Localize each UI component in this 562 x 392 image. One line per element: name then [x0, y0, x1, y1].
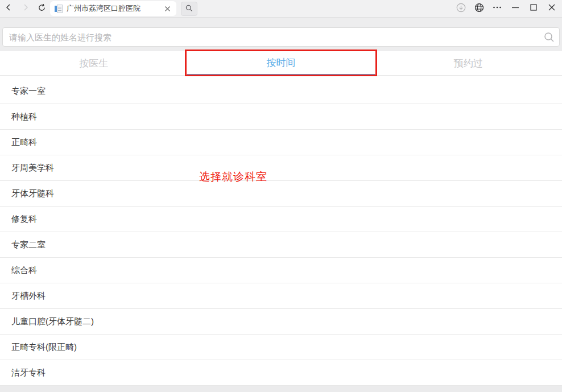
- department-row[interactable]: 正畸科: [0, 130, 562, 155]
- department-row[interactable]: 专家二室: [0, 232, 562, 258]
- tab-booked[interactable]: 预约过: [375, 51, 562, 75]
- back-button[interactable]: [1, 0, 16, 17]
- search-icon: [185, 4, 193, 14]
- forward-button[interactable]: [18, 0, 33, 17]
- tab-title: 广州市荔湾区口腔医院: [67, 3, 163, 14]
- close-window-button[interactable]: [543, 0, 561, 17]
- globe-icon: [474, 3, 484, 15]
- close-icon: [548, 3, 556, 14]
- browser-tab[interactable]: 广州市荔湾区口腔医院: [50, 1, 176, 16]
- refresh-icon: [38, 3, 46, 14]
- doctor-search-input[interactable]: [2, 27, 560, 47]
- department-row[interactable]: 儿童口腔(牙体牙髓二): [0, 309, 562, 335]
- page-bottom-strip: [0, 386, 562, 392]
- department-row[interactable]: 种植科: [0, 104, 562, 130]
- download-icon: [456, 3, 466, 15]
- browser-window: 广州市荔湾区口腔医院: [0, 0, 562, 392]
- chevron-left-icon: [5, 3, 13, 14]
- department-row[interactable]: 综合科: [0, 258, 562, 283]
- doctor-search-section: [0, 18, 562, 51]
- tab-by-time[interactable]: 按时间: [187, 51, 374, 75]
- translate-button[interactable]: [470, 0, 488, 17]
- more-menu-button[interactable]: [488, 0, 506, 17]
- department-list: 专家一室 种植科 正畸科 牙周美学科 牙体牙髓科 修复科 专家二室 综合科 牙槽…: [0, 76, 562, 386]
- new-tab-search-button[interactable]: [181, 2, 197, 16]
- department-row[interactable]: 洁牙专科: [0, 360, 562, 386]
- maximize-button[interactable]: [524, 0, 543, 17]
- view-tabbar: 按医生 按时间 预约过: [0, 51, 562, 76]
- minimize-icon: [511, 3, 519, 14]
- minimize-button[interactable]: [506, 0, 524, 17]
- maximize-icon: [530, 3, 538, 14]
- department-row[interactable]: 修复科: [0, 207, 562, 232]
- department-row[interactable]: 牙周美学科: [0, 155, 562, 181]
- download-button[interactable]: [452, 0, 470, 17]
- refresh-button[interactable]: [34, 0, 49, 17]
- department-row[interactable]: 牙体牙髓科: [0, 181, 562, 207]
- department-row[interactable]: 正畸专科(限正畸): [0, 335, 562, 360]
- department-row[interactable]: 专家一室: [0, 79, 562, 104]
- chevron-right-icon: [22, 3, 30, 14]
- tab-by-doctor[interactable]: 按医生: [0, 51, 187, 75]
- ellipsis-icon: [493, 3, 502, 14]
- tab-close-button[interactable]: [163, 5, 172, 13]
- department-row[interactable]: 牙槽外科: [0, 283, 562, 309]
- browser-chrome: 广州市荔湾区口腔医院: [0, 0, 562, 18]
- page-favicon-icon: [55, 5, 63, 13]
- close-icon: [164, 6, 171, 12]
- window-controls: [452, 0, 561, 17]
